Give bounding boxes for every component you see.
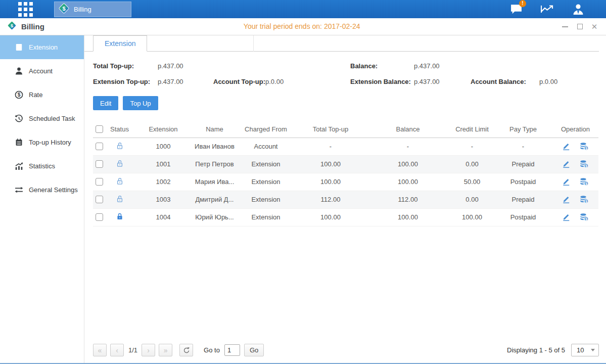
minimize-button[interactable] xyxy=(562,23,569,30)
last-page-button[interactable]: » xyxy=(159,344,172,356)
credit-limit-cell: 0.00 xyxy=(450,155,494,173)
account-balance-value: p.0.00 xyxy=(539,78,557,85)
sidebar-item-statistics[interactable]: Statistics xyxy=(0,154,84,178)
credit-limit-cell: 0.00 xyxy=(450,191,494,208)
sidebar-item-label: Rate xyxy=(29,91,42,99)
edit-row-icon[interactable] xyxy=(562,213,571,221)
extension-topup-label: Extension Top-up: xyxy=(93,78,158,85)
prev-page-button[interactable]: ‹ xyxy=(110,344,124,356)
row-checkbox[interactable] xyxy=(96,213,103,221)
sidebar-item-rate[interactable]: $ Rate xyxy=(0,83,84,107)
select-all-checkbox[interactable] xyxy=(96,125,103,133)
page-size-select[interactable]: 10 xyxy=(571,344,599,356)
top-up-row-icon[interactable]: $ xyxy=(580,142,589,151)
balance-cell: 100.00 xyxy=(365,173,450,191)
table-row: 1001 Петр Петров Extension 100.00 100.00… xyxy=(93,155,598,173)
refresh-icon xyxy=(183,347,190,354)
page-size-value: 10 xyxy=(577,346,584,354)
name-cell: Дмитрий Д... xyxy=(193,191,236,208)
top-up-button[interactable]: Top Up xyxy=(123,96,158,110)
edit-row-icon[interactable] xyxy=(562,160,571,168)
scheduled-task-icon xyxy=(15,114,23,123)
extension-cell: 1001 xyxy=(133,155,193,173)
sidebar: Extension Account $ Rate Scheduled Task xyxy=(0,35,84,363)
next-page-button[interactable]: › xyxy=(142,344,155,356)
extension-topup-value: p.437.00 xyxy=(158,78,213,85)
app-grid-icon[interactable] xyxy=(18,2,33,17)
credit-limit-cell: 50.00 xyxy=(450,173,494,191)
edit-button[interactable]: Edit xyxy=(93,96,118,110)
svg-text:$: $ xyxy=(62,6,65,12)
charged-from-cell: Extension xyxy=(236,191,296,208)
extension-cell: 1003 xyxy=(133,191,193,208)
extension-cell: 1000 xyxy=(133,138,193,155)
sidebar-item-extension[interactable]: Extension xyxy=(0,35,84,59)
edit-row-icon[interactable] xyxy=(562,142,571,151)
extension-cell: 1002 xyxy=(133,173,193,191)
col-credit-limit: Credit Limit xyxy=(450,121,494,138)
taskbar-tab-billing[interactable]: $ Billing xyxy=(54,2,131,17)
tab-strip-spacer xyxy=(147,35,254,52)
top-up-row-icon[interactable]: $ xyxy=(580,195,589,204)
extension-icon xyxy=(15,43,23,52)
name-cell: Мария Ива... xyxy=(193,173,236,191)
pagination-bar: « ‹ 1/1 › » Go to Go Displaying 1 - 5 of… xyxy=(93,344,599,363)
pay-type-cell: Postpaid xyxy=(494,173,552,191)
total-topup-value: p.437.00 xyxy=(158,62,183,70)
extension-balance-label: Extension Balance: xyxy=(350,78,414,85)
charged-from-cell: Extension xyxy=(236,155,296,173)
col-status: Status xyxy=(106,121,133,138)
go-button[interactable]: Go xyxy=(244,344,264,356)
top-up-row-icon[interactable]: $ xyxy=(580,160,589,168)
row-checkbox[interactable] xyxy=(96,143,103,150)
main-panel: Extension Total Top-up: p.437.00 Extensi… xyxy=(84,35,606,363)
col-operation: Operation xyxy=(552,121,598,138)
first-page-button[interactable]: « xyxy=(93,344,107,356)
lock-closed-icon xyxy=(116,212,124,221)
refresh-button[interactable] xyxy=(179,344,193,356)
lock-open-icon xyxy=(116,195,124,203)
row-checkbox[interactable] xyxy=(96,178,103,186)
top-up-row-icon[interactable]: $ xyxy=(580,177,589,186)
sidebar-item-general-settings[interactable]: General Settings xyxy=(0,178,84,202)
edit-row-icon[interactable] xyxy=(562,177,571,186)
total-topup-cell: - xyxy=(296,138,365,155)
maximize-button[interactable] xyxy=(576,23,583,30)
balance-cell: - xyxy=(365,138,450,155)
charged-from-cell: Extension xyxy=(236,173,296,191)
row-checkbox[interactable] xyxy=(96,196,103,203)
sidebar-item-scheduled-task[interactable]: Scheduled Task xyxy=(0,107,84,130)
extension-table: Status Extension Name Charged From Total… xyxy=(93,121,598,226)
table-header-row: Status Extension Name Charged From Total… xyxy=(93,121,598,138)
messages-icon[interactable]: ! xyxy=(509,3,523,16)
charged-from-cell: Extension xyxy=(236,208,296,226)
edit-row-icon[interactable] xyxy=(562,195,571,204)
lock-open-icon xyxy=(116,142,124,150)
close-button[interactable]: ✕ xyxy=(591,23,598,30)
col-charged-from: Charged From xyxy=(236,121,296,138)
sidebar-item-label: Extension xyxy=(29,43,58,51)
total-topup-cell: 112.00 xyxy=(296,191,365,208)
balance-label: Balance: xyxy=(350,62,414,70)
tab-extension[interactable]: Extension xyxy=(93,35,147,52)
account-icon xyxy=(15,67,23,75)
credit-limit-cell: - xyxy=(450,138,494,155)
tab-strip: Extension xyxy=(84,35,599,52)
total-topup-cell: 100.00 xyxy=(296,155,365,173)
resource-monitor-icon[interactable] xyxy=(540,3,554,16)
row-checkbox[interactable] xyxy=(96,160,103,168)
user-account-icon[interactable] xyxy=(571,3,585,16)
extension-balance-value: p.437.00 xyxy=(414,78,471,85)
credit-limit-cell: 100.00 xyxy=(450,208,494,226)
notification-badge: ! xyxy=(519,0,526,7)
sidebar-item-topup-history[interactable]: Top-up History xyxy=(0,130,84,154)
topup-history-icon xyxy=(15,138,23,147)
col-extension: Extension xyxy=(133,121,193,138)
sidebar-item-account[interactable]: Account xyxy=(0,59,84,83)
general-settings-icon xyxy=(15,186,23,194)
top-up-row-icon[interactable]: $ xyxy=(580,213,589,221)
goto-page-input[interactable] xyxy=(224,344,240,356)
page-indicator: 1/1 xyxy=(128,346,137,354)
total-topup-label: Total Top-up: xyxy=(93,62,158,70)
lock-open-icon xyxy=(116,177,124,186)
